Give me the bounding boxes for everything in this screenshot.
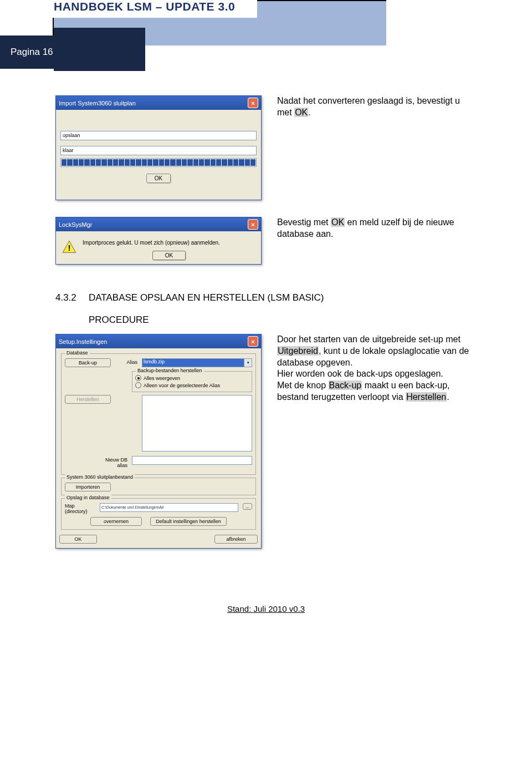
group-database: Database <box>65 350 90 356</box>
backup-button[interactable]: Back-up <box>65 358 111 367</box>
document-title: HANDBOEK LSM – UPDATE 3.0 <box>54 0 235 13</box>
overname-button[interactable]: overnemen <box>90 517 142 526</box>
close-icon[interactable]: × <box>248 219 258 230</box>
locksysmgr-ok-button[interactable]: OK <box>152 251 186 260</box>
import-field1: opslaan <box>60 131 257 140</box>
text-block-2: Bevestig met OK en meld uzelf bij de nie… <box>277 217 477 265</box>
close-icon[interactable]: × <box>248 98 258 108</box>
group-system3060: System 3060 sluitplanbestand <box>65 474 135 480</box>
import-button[interactable]: Importeren <box>65 483 111 491</box>
chevron-down-icon[interactable]: ▾ <box>244 358 252 367</box>
footer: Stand: Juli 2010 v0.3 <box>55 604 477 613</box>
backup-listbox[interactable] <box>142 395 252 452</box>
radio-all[interactable]: Alles weergeven <box>135 375 249 381</box>
dialog-setup-title: Setup.Instellingen <box>59 338 107 345</box>
alias-label: Alias <box>115 358 137 365</box>
default-settings-button[interactable]: Default instellingen herstellen <box>150 517 227 526</box>
dialog-locksysmgr: LockSysMgr × ! Importproces gelukt. U mo… <box>55 217 262 265</box>
new-alias-input[interactable] <box>132 456 252 465</box>
dialog-setup: Setup.Instellingen × Database Back-up Al… <box>55 334 262 549</box>
setup-cancel-button[interactable]: afbreken <box>214 535 258 544</box>
new-alias-label: Nieuw DB alias <box>105 456 127 468</box>
group-backup-restore: Backup-bestanden herstellen <box>136 368 204 373</box>
browse-button[interactable]: ... <box>243 503 252 510</box>
restore-button[interactable]: Herstellen <box>65 395 111 404</box>
dialog-message: Importproces gelukt. U moet zich (opnieu… <box>83 240 255 246</box>
import-ok-button[interactable]: OK <box>146 174 171 183</box>
section-title: DATABASE OPSLAAN EN HERSTELLEN (LSM BASI… <box>89 292 324 303</box>
directory-label: Map (directory) <box>65 503 95 514</box>
svg-text:!: ! <box>68 243 70 252</box>
group-storage: Opslag in database <box>65 495 111 500</box>
dialog-import-title: Import System3060 sluitplan <box>59 100 136 106</box>
text-block-3: Door het starten van de uitgebreide set-… <box>277 334 477 549</box>
dialog-import: Import System3060 sluitplan × opslaan kl… <box>55 95 262 200</box>
section-number: 4.3.2 <box>55 292 89 303</box>
dialog-locksysmgr-title: LockSysMgr <box>59 221 93 228</box>
radio-selected-alias[interactable]: Alleen voor de geselecteerde Alias <box>135 382 249 388</box>
section-subtitle: PROCEDURE <box>89 315 477 326</box>
close-icon[interactable]: × <box>248 336 258 347</box>
import-field2: klaar <box>60 146 257 155</box>
warning-icon: ! <box>62 240 77 255</box>
directory-input[interactable]: C:\Dokumente und Einstellungen\All Users… <box>100 503 238 512</box>
setup-ok-button[interactable]: OK <box>59 535 97 544</box>
alias-input[interactable]: lsmdb.zip <box>142 358 244 367</box>
progress-bar <box>60 158 257 167</box>
page-number: Pagina 16 <box>11 47 53 57</box>
text-block-1: Nadat het converteren geslaagd is, beves… <box>277 95 477 200</box>
